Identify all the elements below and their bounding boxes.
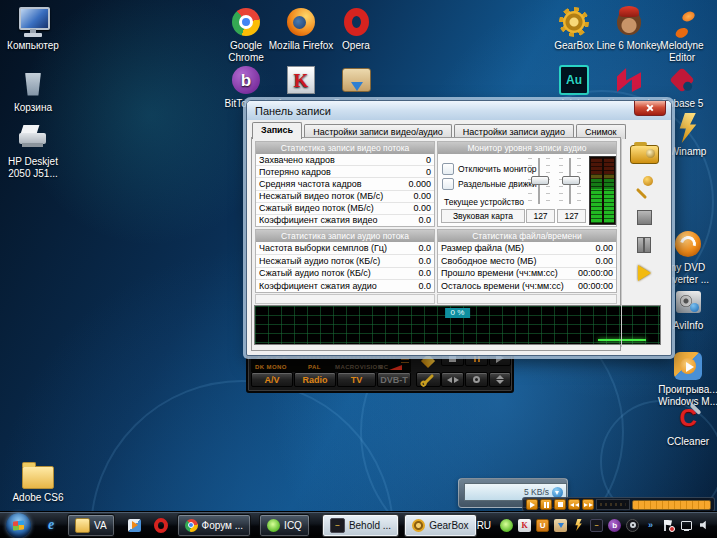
pause-icon: [544, 502, 546, 508]
start-button[interactable]: [6, 513, 31, 538]
tv-seek-button[interactable]: [441, 372, 464, 387]
taskbar-button-va[interactable]: VA: [67, 514, 115, 537]
tray-icq-icon[interactable]: [500, 519, 513, 532]
record-video-button[interactable]: [630, 145, 659, 164]
tray-download-master-icon[interactable]: [554, 519, 567, 532]
wmp-icon: [128, 519, 141, 532]
desktop-icon-opera[interactable]: Opera: [323, 6, 389, 52]
tray-kaspersky-icon[interactable]: K: [518, 519, 531, 532]
group-title: Монитор уровня записи аудио: [438, 142, 616, 154]
miniplayer-play-button[interactable]: [526, 499, 538, 510]
device-select[interactable]: Звуковая карта: [441, 209, 525, 223]
stat-row: Прошло времени (чч:мм:сс)00:00:00: [438, 267, 616, 280]
desktop-icon-adobe-cs6[interactable]: Adobe CS6: [5, 458, 71, 504]
quicklaunch-wmp[interactable]: [127, 516, 143, 534]
miniplayer-rewind-button[interactable]: [568, 499, 580, 510]
pause-button[interactable]: [637, 237, 651, 251]
firefox-icon: [284, 6, 318, 38]
group-title: Статистика записи видео потока: [256, 142, 434, 154]
tv-dvbt-button[interactable]: DVB-T: [377, 372, 411, 387]
tv-indicator-mono: DK MONO: [255, 364, 287, 370]
aviinfo-icon: [671, 286, 705, 318]
stat-row: Несжатый аудио поток (КБ/с)0.0: [256, 254, 434, 267]
video-stats-group: Статистика записи видео потока Захвачено…: [255, 141, 435, 227]
tv-settings-button[interactable]: [416, 372, 441, 387]
taskbar-button-gearbox[interactable]: GearBox: [404, 514, 476, 537]
adobe-au-icon: Au: [557, 64, 591, 96]
tab-record[interactable]: Запись: [252, 122, 302, 139]
group-title: Статистика файла/времени: [438, 230, 616, 242]
miniplayer-stop-button[interactable]: [554, 499, 566, 510]
stop-icon: [558, 502, 563, 507]
taskbar-button-forum[interactable]: Форум ...: [177, 514, 252, 537]
level-slider-left[interactable]: [528, 158, 550, 204]
icon-label: Winamp: [670, 146, 707, 158]
stat-row: Коэффициент сжатия аудио0.0: [256, 279, 434, 292]
miniplayer-pause-button[interactable]: [540, 499, 552, 510]
tray-bluetooth-icon[interactable]: »: [644, 519, 657, 532]
disable-monitor-checkbox[interactable]: Отключить монитор: [442, 163, 537, 175]
icon-label: Opera: [342, 40, 370, 52]
tray-behold-icon[interactable]: ~: [590, 519, 603, 532]
icon-label: CCleaner: [667, 436, 709, 448]
winamp-icon: [671, 112, 705, 144]
tv-timer-button[interactable]: [465, 372, 488, 387]
miniplayer-forward-button[interactable]: [582, 499, 594, 510]
icon-label: AviInfo: [673, 320, 703, 332]
tv-av-button[interactable]: A/V: [251, 372, 293, 387]
tray-action-center-icon[interactable]: [662, 519, 675, 532]
desktop-icon-melodyne[interactable]: Melodyne Editor: [649, 6, 715, 64]
tv-channel-button[interactable]: [489, 372, 511, 387]
language-indicator[interactable]: RU: [477, 520, 491, 531]
computer-icon: [16, 6, 50, 38]
tray-network-icon[interactable]: [680, 519, 693, 532]
opera-icon: [339, 6, 373, 38]
record-panel-dialog: Панель записи Запись Настройки записи ви…: [246, 100, 672, 356]
stat-row: Средняя частота кадров0.000: [256, 177, 434, 189]
desktop-icon-recycle-bin[interactable]: Корзина: [0, 68, 66, 114]
vol-diamond-icon: [420, 354, 434, 368]
level-slider-right[interactable]: [559, 158, 581, 204]
current-device-label: Текущее устройство: [444, 197, 524, 207]
tray-utorrent-icon[interactable]: U: [536, 519, 549, 532]
taskbar-button-icq[interactable]: ICQ: [259, 514, 310, 537]
tray-opera-icon[interactable]: [626, 519, 639, 532]
desktop-icon-printer[interactable]: HP Deskjet 2050 J51...: [0, 122, 66, 180]
tv-tv-button[interactable]: TV: [337, 372, 376, 387]
quicklaunch-ie[interactable]: e: [43, 516, 59, 534]
gearbox-icon: [412, 519, 425, 532]
tv-indicator-macrovision: MACROVISION: [335, 364, 382, 370]
stop-button[interactable]: [637, 210, 652, 225]
taskbar-button-behold[interactable]: ~ Behold ...: [322, 514, 399, 537]
split-sliders-checkbox[interactable]: Раздельные движки: [442, 178, 537, 190]
opera-icon: [154, 518, 168, 533]
desktop-icon-windows-media-player[interactable]: Проигрыва...Windows M...: [655, 350, 717, 408]
stat-row: Сжатый аудио поток (КБ/с)0.0: [256, 267, 434, 280]
slider-thumb[interactable]: [531, 176, 549, 185]
mini-player-bar: [522, 497, 715, 512]
tv-radio-button[interactable]: Radio: [294, 372, 336, 387]
quicklaunch-opera[interactable]: [153, 516, 169, 534]
left-right-arrows-icon: [447, 377, 459, 383]
desktop-icon-ccleaner[interactable]: C CCleaner: [655, 402, 717, 448]
desktop-icon-computer[interactable]: Компьютер: [0, 6, 66, 52]
play-button[interactable]: [638, 265, 651, 281]
behold-tv-icon: ~: [330, 518, 345, 533]
tray-winamp-icon[interactable]: [572, 519, 585, 532]
slider-thumb[interactable]: [562, 176, 580, 185]
tray-volume-icon[interactable]: [698, 519, 711, 532]
audio-monitor-group: Монитор уровня записи аудио Отключить мо…: [437, 141, 617, 227]
miniplayer-progress-bar[interactable]: [632, 500, 711, 510]
wmp-icon: [671, 350, 705, 382]
nuendo-icon: [612, 64, 646, 96]
system-tray: RU K U ~ b » 13:22: [477, 512, 717, 538]
record-audio-button[interactable]: [634, 176, 654, 196]
tv-indicator-pal: PAL: [308, 364, 321, 370]
close-button[interactable]: [634, 101, 666, 116]
chrome-icon: [185, 519, 198, 532]
folder-icon: [21, 458, 55, 490]
stat-row: Частота выборки семплов (Гц)0.0: [256, 242, 434, 254]
cubase-icon: [665, 64, 699, 96]
tray-bittorrent-icon[interactable]: b: [608, 519, 621, 532]
dialog-titlebar[interactable]: Панель записи: [247, 101, 671, 120]
